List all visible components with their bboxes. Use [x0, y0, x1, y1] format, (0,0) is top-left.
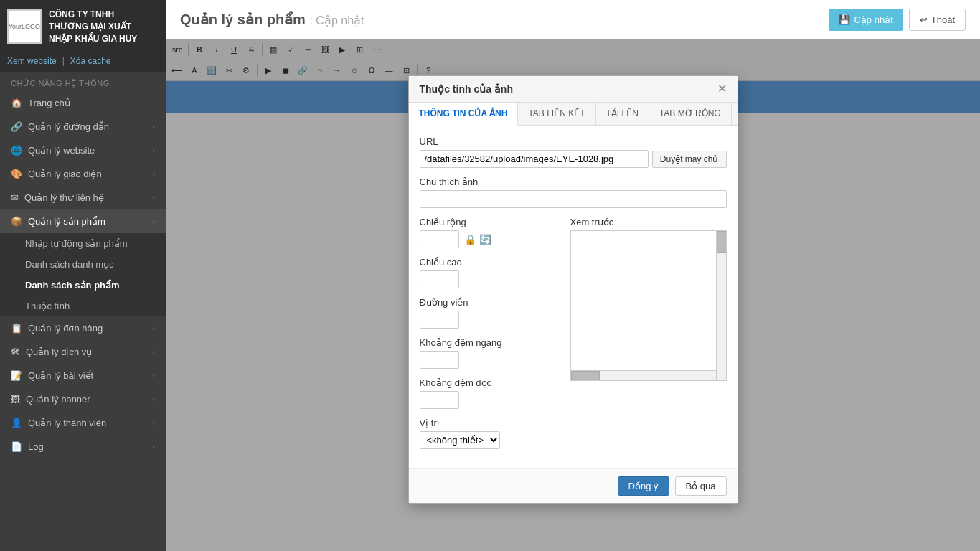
duong-vien-group: Đường viền: [420, 297, 563, 329]
order-icon: 📋: [11, 323, 22, 334]
chieu-rong-input[interactable]: [420, 230, 459, 248]
xoa-cache-link[interactable]: Xóa cache: [70, 56, 111, 66]
sidebar-item-label: Quản lý đơn hàng: [28, 323, 103, 334]
refresh-icon[interactable]: 🔄: [479, 234, 491, 245]
chieu-cao-group: Chiều cao: [420, 257, 563, 288]
chu-thich-label: Chú thích ảnh: [420, 176, 727, 187]
chevron-icon: ‹: [153, 443, 155, 451]
khoang-dem-doc-group: Khoảng đệm dọc: [420, 377, 563, 409]
exit-button[interactable]: ↩ Thoát: [909, 9, 966, 31]
topbar-actions: 💾 Cập nhật ↩ Thoát: [829, 9, 966, 31]
submenu-danh-sach-danh-muc[interactable]: Danh sách danh mục: [0, 254, 166, 275]
sidebar-item-label: Trang chủ: [28, 98, 70, 108]
sidebar-item-label: Quản lý website: [28, 145, 95, 156]
page-title-sub: : Cập nhật: [309, 14, 364, 27]
globe-icon: 🌐: [11, 145, 22, 156]
chevron-icon: ‹: [153, 419, 155, 427]
url-row: Duyệt máy chủ: [420, 150, 727, 168]
khoang-dem-doc-label: Khoảng đệm dọc: [420, 377, 563, 388]
chieu-rong-label: Chiều rộng: [420, 217, 563, 227]
xem-website-link[interactable]: Xem website: [7, 56, 57, 66]
chevron-icon: ‹: [153, 123, 155, 131]
box-icon: 📦: [11, 216, 22, 227]
preview-vertical-scrollbar[interactable]: [716, 231, 726, 380]
chevron-icon: ‹: [153, 348, 155, 356]
preview-box: [570, 230, 727, 381]
chieu-rong-group: Chiều rộng 🔒 🔄: [420, 217, 563, 248]
sidebar-item-label: Quản lý sản phẩm: [28, 216, 105, 227]
submenu-thuoc-tinh[interactable]: Thuộc tính: [0, 296, 166, 316]
sidebar-item-label: Quản lý thành viên: [28, 418, 106, 428]
tab-mo-rong[interactable]: TAB MỞ RỘNG: [649, 103, 732, 125]
image-properties-modal: Thuộc tính của ảnh ✕ THÔNG TIN CỦA ẢNH T…: [408, 75, 738, 504]
chieu-rong-row: 🔒 🔄: [420, 230, 563, 248]
user-icon: 👤: [11, 418, 22, 428]
chieu-cao-input[interactable]: [420, 270, 459, 288]
browse-button[interactable]: Duyệt máy chủ: [652, 151, 727, 168]
modal-close-button[interactable]: ✕: [717, 83, 727, 95]
lock-icon[interactable]: 🔒: [464, 234, 476, 245]
section-label: CHỨC NĂNG HỆ THỐNG: [0, 72, 166, 91]
modal-body: URL Duyệt máy chủ Chú thích ảnh: [409, 126, 738, 468]
sidebar-item-quan-ly-banner[interactable]: 🖼 Quản lý banner ‹: [0, 387, 166, 411]
duong-vien-label: Đường viền: [420, 297, 563, 308]
sidebar-item-quan-ly-san-pham[interactable]: 📦 Quản lý sản phẩm ›: [0, 209, 166, 233]
form-and-preview: Chiều rộng 🔒 🔄: [420, 217, 727, 458]
modal-tabs: THÔNG TIN CỦA ẢNH TAB LIÊN KẾT TẢI LÊN T…: [409, 103, 738, 126]
logo-text: YourLOGO: [9, 23, 40, 30]
url-group: URL Duyệt máy chủ: [420, 136, 727, 168]
exit-btn-label: Thoát: [931, 14, 955, 25]
service-icon: 🛠: [11, 347, 20, 357]
modal-overlay: Thuộc tính của ảnh ✕ THÔNG TIN CỦA ẢNH T…: [166, 39, 980, 551]
sidebar-item-quan-ly-giao-dien[interactable]: 🎨 Quản lý giao diện ‹: [0, 162, 166, 186]
chu-thich-input[interactable]: [420, 190, 727, 208]
modal-title: Thuộc tính của ảnh: [420, 83, 513, 95]
sidebar-item-label: Quản lý đường dẫn: [28, 121, 109, 132]
chevron-icon: ‹: [153, 324, 155, 332]
preview-scrollbar-thumb: [717, 231, 727, 253]
chieu-cao-label: Chiều cao: [420, 257, 563, 268]
dong-y-button[interactable]: Đồng ý: [618, 476, 669, 496]
khoang-dem-doc-input[interactable]: [420, 391, 459, 409]
dimensions-col: Chiều rộng 🔒 🔄: [420, 217, 563, 458]
sidebar-item-quan-ly-duong-dan[interactable]: 🔗 Quản lý đường dẫn ‹: [0, 115, 166, 138]
sidebar-item-trang-chu[interactable]: 🏠 Trang chủ: [0, 91, 166, 115]
update-btn-label: Cập nhật: [854, 14, 892, 25]
link-icon: 🔗: [11, 121, 22, 132]
sidebar-item-label: Quản lý thư liên hệ: [24, 192, 104, 203]
preview-horizontal-scrollbar[interactable]: [571, 370, 716, 380]
vi-tri-select[interactable]: <không thiết>: [420, 431, 500, 449]
mail-icon: ✉: [11, 192, 19, 203]
modal-header: Thuộc tính của ảnh ✕: [409, 76, 738, 103]
update-button[interactable]: 💾 Cập nhật: [829, 9, 903, 31]
chevron-icon: ‹: [153, 194, 155, 202]
duong-vien-input[interactable]: [420, 311, 459, 329]
sidebar-item-quan-ly-thu-lien-he[interactable]: ✉ Quản lý thư liên hệ ‹: [0, 186, 166, 209]
xem-truoc-label: Xem trước: [570, 217, 727, 227]
tab-thong-tin[interactable]: THÔNG TIN CỦA ẢNH: [409, 103, 519, 126]
submenu-nhap-tu-dong[interactable]: Nhập tự động sản phẩm: [0, 233, 166, 254]
topbar: Quản lý sản phẩm : Cập nhật 💾 Cập nhật ↩…: [166, 0, 980, 39]
url-label: URL: [420, 136, 727, 147]
sidebar-item-quan-ly-dich-vu[interactable]: 🛠 Quản lý dịch vụ ‹: [0, 340, 166, 364]
sidebar-item-label: Quản lý giao diện: [28, 169, 102, 179]
log-icon: 📄: [11, 441, 22, 452]
tab-lien-ket[interactable]: TAB LIÊN KẾT: [518, 103, 595, 125]
tab-tai-len[interactable]: TẢI LÊN: [596, 103, 649, 125]
sidebar-item-label: Log: [28, 441, 44, 452]
sidebar-item-log[interactable]: 📄 Log ‹: [0, 435, 166, 458]
sidebar-item-quan-ly-website[interactable]: 🌐 Quản lý website ‹: [0, 138, 166, 162]
sidebar-submenu-san-pham: Nhập tự động sản phẩm Danh sách danh mục…: [0, 233, 166, 316]
bo-qua-button[interactable]: Bỏ qua: [675, 476, 727, 496]
logo: YourLOGO: [7, 9, 42, 44]
khoang-dem-ngang-input[interactable]: [420, 351, 459, 369]
main-content: Quản lý sản phẩm : Cập nhật 💾 Cập nhật ↩…: [166, 0, 980, 551]
submenu-danh-sach-san-pham[interactable]: Danh sách sản phẩm: [0, 275, 166, 296]
sidebar-item-quan-ly-thanh-vien[interactable]: 👤 Quản lý thành viên ‹: [0, 411, 166, 435]
article-icon: 📝: [11, 370, 22, 381]
url-input[interactable]: [420, 150, 649, 168]
content-area: src B I U S̶ ▦ ☑ ━ 🖼 ▶ ⊞ ⋯ ⟵ A 🔡 ✂ ⚙ ▶ ◼…: [166, 39, 980, 551]
sidebar-item-quan-ly-bai-viet[interactable]: 📝 Quản lý bài viết ‹: [0, 364, 166, 387]
sidebar-item-quan-ly-don-hang[interactable]: 📋 Quản lý đơn hàng ‹: [0, 316, 166, 340]
page-title-main: Quản lý sản phẩm: [180, 11, 306, 27]
